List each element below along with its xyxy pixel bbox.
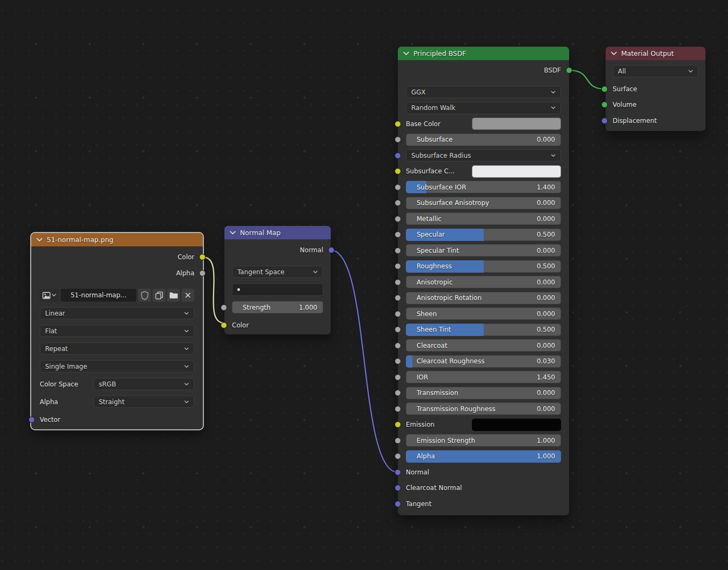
subsurface-ior-input-socket[interactable] <box>395 184 401 191</box>
base-color-color-swatch[interactable] <box>472 118 561 130</box>
color-space-select[interactable]: sRGB <box>93 378 194 390</box>
unlink-image-button[interactable] <box>181 289 194 302</box>
color-input-socket[interactable] <box>221 322 227 328</box>
subsurface-anisotropy-slider[interactable]: Subsurface Anisotropy0.000 <box>406 197 561 209</box>
duplicate-image-button[interactable] <box>152 289 165 302</box>
sheen-row: Sheen0.000 <box>406 308 561 320</box>
bsdf-output-socket[interactable] <box>566 67 572 74</box>
node-header-principled-bsdf[interactable]: Principled BSDF <box>398 47 569 60</box>
clearcoat-input-socket[interactable] <box>395 342 401 349</box>
color-output-socket[interactable] <box>199 254 206 260</box>
image-name-field[interactable]: 51-normal-map... <box>61 289 136 302</box>
vector-input-socket[interactable] <box>28 416 35 423</box>
emission-color-swatch[interactable] <box>472 419 561 431</box>
emission-input-socket[interactable] <box>395 421 401 428</box>
sheen-tint-slider[interactable]: Sheen Tint0.500 <box>406 324 561 336</box>
projection-select[interactable]: Flat <box>40 325 194 337</box>
random-walk-select[interactable]: Random Walk <box>406 102 561 114</box>
subsurface-radius-select[interactable]: Subsurface Radius <box>406 149 561 162</box>
subsurface-c-color-swatch[interactable] <box>472 165 561 178</box>
sheen-input-socket[interactable] <box>395 311 401 317</box>
transmission-input-socket[interactable] <box>395 390 401 396</box>
uv-map-field[interactable] <box>232 283 323 296</box>
alpha-output-socket[interactable] <box>199 270 206 276</box>
bsdf-output-row: BSDF <box>406 64 561 76</box>
clearcoat-normal-label: Clearcoat Normal <box>406 484 462 492</box>
specular-tint-input-socket[interactable] <box>395 247 401 254</box>
node-header-normal-map[interactable]: Normal Map <box>224 226 331 239</box>
anisotropic-rotation-slider[interactable]: Anisotropic Rotation0.000 <box>406 292 561 304</box>
source-select[interactable]: Single Image <box>40 360 194 372</box>
normal-output-socket[interactable] <box>328 247 334 253</box>
strength-slider[interactable]: Strength 1.000 <box>232 301 323 313</box>
anisotropic-rotation-input-socket[interactable] <box>395 295 401 301</box>
subsurface-input-socket[interactable] <box>395 136 401 143</box>
extension-select[interactable]: Repeat <box>40 342 194 355</box>
subsurface-ior-slider[interactable]: Subsurface IOR1.400 <box>406 181 561 193</box>
ior-slider[interactable]: IOR1.450 <box>406 371 561 383</box>
subsurface-c-input-socket[interactable] <box>395 168 401 174</box>
ggx-select[interactable]: GGX <box>406 86 561 98</box>
clearcoat-roughness-input-socket[interactable] <box>395 358 401 364</box>
displacement-input-socket[interactable] <box>601 118 608 124</box>
sheen-slider[interactable]: Sheen0.000 <box>406 308 561 320</box>
subsurface-radius-input-socket[interactable] <box>395 152 401 159</box>
subsurface-radius-row: Subsurface Radius <box>406 149 561 162</box>
roughness-input-socket[interactable] <box>395 263 401 269</box>
collapse-icon[interactable] <box>37 238 42 242</box>
specular-input-socket[interactable] <box>395 231 401 238</box>
collapse-icon[interactable] <box>611 52 617 55</box>
fake-user-button[interactable] <box>138 289 151 302</box>
target-select[interactable]: All <box>613 65 698 77</box>
sheen-tint-input-socket[interactable] <box>395 326 401 333</box>
alpha-slider[interactable]: Alpha1.000 <box>406 450 561 463</box>
surface-input-socket[interactable] <box>601 86 608 92</box>
normal-input-socket[interactable] <box>395 469 401 476</box>
alpha-input-socket[interactable] <box>395 453 401 459</box>
ior-input-socket[interactable] <box>395 374 401 381</box>
clearcoat-slider[interactable]: Clearcoat0.000 <box>406 339 561 352</box>
node-image-texture[interactable]: 51-normal-map.png Color Alpha 51-normal-… <box>31 233 203 429</box>
open-image-button[interactable] <box>167 289 180 302</box>
node-header-material-output[interactable]: Material Output <box>606 47 705 60</box>
anisotropic-slider[interactable]: Anisotropic0.000 <box>406 276 561 288</box>
specular-tint-slider[interactable]: Specular Tint0.000 <box>406 244 561 257</box>
node-normal-map[interactable]: Normal Map Normal Tangent Space Strength… <box>224 226 331 334</box>
node-header-image-texture[interactable]: 51-normal-map.png <box>31 233 203 246</box>
node-title: 51-normal-map.png <box>47 236 113 244</box>
metallic-slider[interactable]: Metallic0.000 <box>406 213 561 225</box>
volume-input-socket[interactable] <box>601 101 608 108</box>
base-color-input-socket[interactable] <box>395 121 401 127</box>
alpha-mode-select[interactable]: Straight <box>93 396 194 408</box>
transmission-roughness-input-socket[interactable] <box>395 406 401 412</box>
transmission-roughness-slider[interactable]: Transmission Roughness0.000 <box>406 403 561 415</box>
collapse-icon[interactable] <box>403 52 409 55</box>
metallic-input-socket[interactable] <box>395 216 401 222</box>
subsurface-slider[interactable]: Subsurface0.000 <box>406 134 561 146</box>
specular-slider[interactable]: Specular0.500 <box>406 229 561 241</box>
tangent-input-socket[interactable] <box>395 501 401 507</box>
subsurface-anisotropy-input-socket[interactable] <box>395 200 401 206</box>
anisotropic-rotation-row: Anisotropic Rotation0.000 <box>406 292 561 304</box>
shield-icon <box>141 291 149 300</box>
target-row: All <box>613 65 698 77</box>
emission-strength-input-socket[interactable] <box>395 437 401 444</box>
interpolation-select[interactable]: Linear <box>40 307 194 319</box>
emission-strength-slider[interactable]: Emission Strength1.000 <box>406 434 561 447</box>
clearcoat-roughness-slider-fill <box>406 355 412 368</box>
transmission-slider[interactable]: Transmission0.000 <box>406 387 561 399</box>
close-icon <box>185 292 191 298</box>
strength-input-socket[interactable] <box>221 304 227 311</box>
chevron-down-icon <box>184 383 189 386</box>
collapse-icon[interactable] <box>230 231 236 235</box>
image-browse-button[interactable] <box>40 289 59 302</box>
space-row: Tangent Space <box>232 266 323 278</box>
volume-input-row: Volume <box>613 99 698 111</box>
node-material-output[interactable]: Material Output All SurfaceVolumeDisplac… <box>606 47 705 131</box>
space-select[interactable]: Tangent Space <box>232 266 323 278</box>
roughness-slider[interactable]: Roughness0.500 <box>406 260 561 273</box>
anisotropic-input-socket[interactable] <box>395 279 401 286</box>
clearcoat-normal-input-socket[interactable] <box>395 485 401 491</box>
node-principled-bsdf[interactable]: Principled BSDF BSDF GGXRandom WalkBase … <box>398 47 569 515</box>
clearcoat-roughness-slider[interactable]: Clearcoat Roughness0.030 <box>406 355 561 368</box>
